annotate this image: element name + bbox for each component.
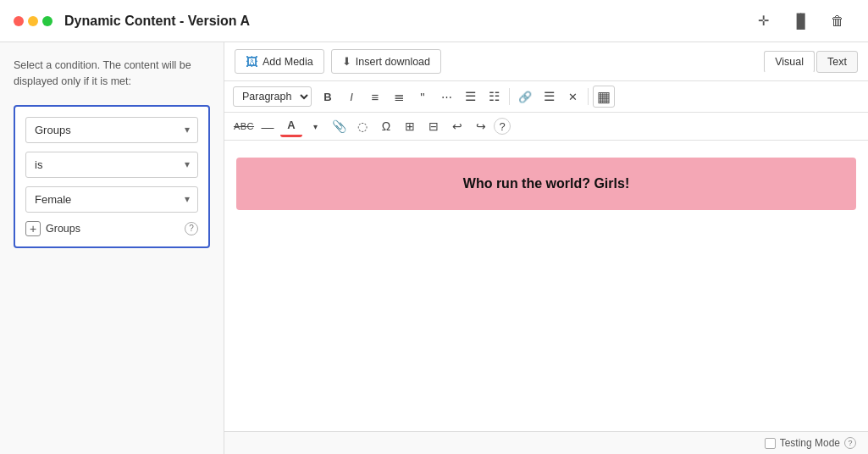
value-select-wrapper: Female Male All [25, 186, 198, 213]
add-condition-label: Groups [46, 223, 80, 235]
editor-area: 🖼 Add Media ⬇ Insert download Visual Tex… [224, 42, 868, 454]
value-select[interactable]: Female Male All [25, 186, 198, 213]
toolbar-top: 🖼 Add Media ⬇ Insert download Visual Tex… [224, 42, 868, 81]
pink-banner: Who run the world? Girls! [236, 158, 856, 210]
undo-btn[interactable]: ↩ [446, 115, 468, 137]
dot-red [14, 16, 24, 26]
help-question-mark: ? [848, 439, 852, 447]
plus-icon: + [30, 223, 36, 235]
ul-btn[interactable]: ≡ [364, 86, 386, 108]
condition-help-icon[interactable]: ? [185, 222, 198, 235]
field-select-wrapper: Groups User Role Logged In [25, 117, 198, 143]
insert-download-button[interactable]: ⬇ Insert download [331, 49, 441, 74]
window-dots [14, 16, 53, 26]
table-btn[interactable]: ▦ [593, 86, 615, 108]
redo-btn[interactable]: ↪ [470, 115, 492, 137]
page-title: Dynamic Content - Version A [64, 14, 746, 29]
header-actions: ✛ ▐▌ 🗑 [746, 4, 854, 38]
operator-select-wrapper: is is not [25, 152, 198, 178]
testing-mode-checkbox[interactable] [765, 438, 776, 449]
align-left-btn[interactable]: ⋯ [435, 86, 457, 108]
color-arrow[interactable]: ▾ [304, 115, 326, 137]
insert-download-icon: ⬇ [342, 55, 351, 68]
columns-button[interactable]: ▐▌ [783, 4, 817, 38]
visual-tab[interactable]: Visual [764, 51, 815, 73]
view-tabs: Visual Text [764, 51, 858, 73]
visual-tab-label: Visual [775, 56, 804, 68]
hr-btn[interactable]: — [257, 115, 279, 137]
outdent-btn[interactable]: ⊟ [423, 115, 445, 137]
add-media-icon: 🖼 [246, 54, 258, 69]
header: Dynamic Content - Version A ✛ ▐▌ 🗑 [0, 0, 868, 42]
indent-btn[interactable]: ⊞ [399, 115, 421, 137]
italic-btn[interactable]: I [340, 86, 362, 108]
move-button[interactable]: ✛ [746, 4, 780, 38]
help-btn[interactable]: ? [494, 118, 511, 135]
bold-btn[interactable]: B [317, 86, 339, 108]
testing-mode-help-icon[interactable]: ? [844, 437, 856, 449]
testing-mode-label: Testing Mode [780, 437, 840, 449]
add-media-button[interactable]: 🖼 Add Media [235, 49, 324, 74]
move-icon: ✛ [758, 13, 769, 29]
sidebar-description: Select a condition. The content will be … [14, 58, 210, 90]
more-btn[interactable]: ☰ [538, 86, 560, 108]
bottom-bar: Testing Mode ? [224, 431, 868, 454]
sidebar: Select a condition. The content will be … [0, 42, 224, 454]
trash-icon: 🗑 [831, 14, 844, 29]
paragraph-select[interactable]: Paragraph Heading 1 Heading 2 [233, 86, 312, 107]
align-right-btn[interactable]: ☷ [483, 86, 505, 108]
text-color-btn[interactable]: A [280, 115, 302, 137]
testing-mode-section: Testing Mode ? [765, 437, 856, 449]
toolbar-format-row1: Paragraph Heading 1 Heading 2 B I ≡ ≣ " … [224, 81, 868, 113]
insert-download-label: Insert download [356, 56, 430, 68]
text-tab-label: Text [827, 56, 847, 68]
question-mark: ? [189, 224, 194, 233]
separator1 [509, 88, 510, 105]
remove-btn[interactable]: ✕ [561, 86, 583, 108]
strikethrough-btn[interactable]: ABC [233, 115, 255, 137]
paste-btn[interactable]: 📎 [328, 115, 350, 137]
quote-btn[interactable]: " [412, 86, 434, 108]
dot-green [42, 16, 53, 26]
banner-text: Who run the world? Girls! [463, 176, 629, 191]
main-layout: Select a condition. The content will be … [0, 42, 868, 454]
link-btn[interactable]: 🔗 [514, 86, 536, 108]
text-tab[interactable]: Text [816, 51, 858, 73]
toolbar-left-buttons: 🖼 Add Media ⬇ Insert download [235, 49, 441, 74]
separator2 [588, 88, 589, 105]
operator-select[interactable]: is is not [25, 152, 198, 178]
dot-yellow [28, 16, 38, 26]
ol-btn[interactable]: ≣ [388, 86, 410, 108]
content-area[interactable]: Who run the world? Girls! [224, 141, 868, 431]
trash-button[interactable]: 🗑 [821, 4, 854, 38]
align-center-btn[interactable]: ☰ [459, 86, 481, 108]
add-media-label: Add Media [263, 56, 313, 68]
add-condition-row: + Groups ? [25, 221, 198, 236]
toolbar-format-row2: ABC — A ▾ 📎 ◌ Ω ⊞ ⊟ ↩ ↪ ? [224, 113, 868, 141]
field-select[interactable]: Groups User Role Logged In [25, 117, 198, 143]
columns-icon: ▐▌ [792, 14, 810, 29]
add-condition-button[interactable]: + [25, 221, 41, 236]
special-char-btn[interactable]: Ω [375, 115, 397, 137]
clear-btn[interactable]: ◌ [351, 115, 373, 137]
condition-box: Groups User Role Logged In is is not Fem… [14, 105, 210, 248]
